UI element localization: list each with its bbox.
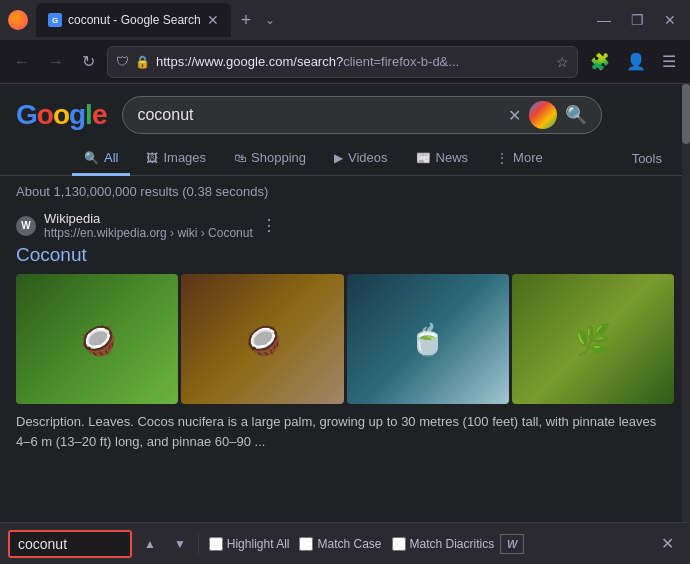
highlight-all-group: Highlight All — [209, 537, 290, 551]
tab-all-label: All — [104, 150, 118, 165]
tab-more[interactable]: ⋮ More — [484, 142, 555, 176]
coconut-image-3[interactable] — [347, 274, 509, 404]
firefox-icon — [8, 10, 28, 30]
find-next-button[interactable]: ▼ — [168, 534, 192, 554]
window-close-button[interactable]: ✕ — [658, 10, 682, 30]
logo-o2: o — [53, 99, 69, 130]
logo-o1: o — [37, 99, 53, 130]
titlebar: G coconut - Google Search ✕ + ⌄ — ❐ ✕ — [0, 0, 690, 40]
new-tab-button[interactable]: + — [233, 6, 260, 35]
tab-close-button[interactable]: ✕ — [207, 12, 219, 28]
search-submit-button[interactable]: 🔍 — [565, 104, 587, 126]
tab-images[interactable]: 🖼 Images — [134, 142, 218, 176]
navigation-bar: ← → ↻ 🛡 🔒 https://www.google.com/search?… — [0, 40, 690, 84]
active-tab[interactable]: G coconut - Google Search ✕ — [36, 3, 231, 37]
forward-button[interactable]: → — [42, 49, 70, 75]
page-content: Google coconut ✕ 🔍 🔍 All 🖼 Images 🛍 Shop… — [0, 84, 690, 522]
match-case-label[interactable]: Match Case — [317, 537, 381, 551]
find-w-button[interactable]: W — [500, 534, 524, 554]
result-title-link[interactable]: Coconut — [16, 244, 674, 266]
url-base: https://www.google.com/search? — [156, 54, 343, 69]
site-favicon: W — [16, 216, 36, 236]
find-previous-button[interactable]: ▲ — [138, 534, 162, 554]
coconut-image-1[interactable] — [16, 274, 178, 404]
extensions-button[interactable]: 🧩 — [584, 48, 616, 75]
find-close-button[interactable]: ✕ — [653, 530, 682, 557]
url-path: client=firefox-b-d&... — [343, 54, 459, 69]
search-tabs: 🔍 All 🖼 Images 🛍 Shopping ▶ Videos 📰 New… — [0, 134, 690, 176]
search-box[interactable]: coconut ✕ 🔍 — [122, 96, 602, 134]
logo-g: G — [16, 99, 37, 130]
match-diacritics-checkbox[interactable] — [392, 537, 406, 551]
google-logo: Google — [16, 99, 106, 131]
site-name: Wikipedia — [44, 211, 253, 226]
coconut-image-grid — [16, 274, 674, 404]
url-display: https://www.google.com/search?client=fir… — [156, 54, 550, 69]
more-icon: ⋮ — [496, 151, 508, 165]
bookmark-star-icon[interactable]: ☆ — [556, 54, 569, 70]
result-description: Description. Leaves. Cocos nucifera is a… — [16, 412, 674, 451]
find-input[interactable] — [10, 532, 130, 556]
match-diacritics-label[interactable]: Match Diacritics — [410, 537, 495, 551]
logo-e: e — [92, 99, 107, 130]
match-diacritics-group: Match Diacritics — [392, 537, 495, 551]
logo-g2: g — [69, 99, 85, 130]
scroll-thumb[interactable] — [682, 84, 690, 144]
coconut-image-2[interactable] — [181, 274, 343, 404]
scrollbar[interactable] — [682, 84, 690, 522]
tab-news[interactable]: 📰 News — [404, 142, 481, 176]
tab-favicon: G — [48, 13, 62, 27]
logo-l: l — [85, 99, 92, 130]
tab-overflow-button[interactable]: ⌄ — [261, 9, 279, 31]
result-site-info: W Wikipedia https://en.wikipedia.org › w… — [16, 211, 674, 240]
tab-more-label: More — [513, 150, 543, 165]
tab-bar: G coconut - Google Search ✕ + ⌄ — [36, 3, 587, 37]
results-count: About 1,130,000,000 results (0.38 second… — [16, 184, 674, 199]
google-header: Google coconut ✕ 🔍 — [0, 84, 690, 134]
nav-right-buttons: 🧩 👤 ☰ — [584, 48, 682, 75]
search-result-wikipedia: W Wikipedia https://en.wikipedia.org › w… — [16, 211, 674, 451]
tab-videos[interactable]: ▶ Videos — [322, 142, 400, 176]
maximize-button[interactable]: ❐ — [625, 10, 650, 30]
match-case-group: Match Case — [299, 537, 381, 551]
site-details: Wikipedia https://en.wikipedia.org › wik… — [44, 211, 253, 240]
news-icon: 📰 — [416, 151, 431, 165]
search-query-text: coconut — [137, 106, 500, 124]
tab-all[interactable]: 🔍 All — [72, 142, 130, 176]
site-url: https://en.wikipedia.org › wiki › Coconu… — [44, 226, 253, 240]
address-bar[interactable]: 🛡 🔒 https://www.google.com/search?client… — [107, 46, 578, 78]
coconut-image-4[interactable] — [512, 274, 674, 404]
result-options-button[interactable]: ⋮ — [261, 216, 277, 235]
tab-shopping-label: Shopping — [251, 150, 306, 165]
tab-title: coconut - Google Search — [68, 13, 201, 27]
account-button[interactable]: 👤 — [620, 48, 652, 75]
find-separator — [198, 534, 199, 554]
tab-images-label: Images — [163, 150, 206, 165]
google-lens-button[interactable] — [529, 101, 557, 129]
videos-icon: ▶ — [334, 151, 343, 165]
tab-news-label: News — [436, 150, 469, 165]
shopping-icon: 🛍 — [234, 151, 246, 165]
images-icon: 🖼 — [146, 151, 158, 165]
tab-videos-label: Videos — [348, 150, 388, 165]
back-button[interactable]: ← — [8, 49, 36, 75]
reload-button[interactable]: ↻ — [76, 48, 101, 75]
find-bar: ▲ ▼ Highlight All Match Case Match Diacr… — [0, 522, 690, 564]
find-input-wrapper[interactable] — [8, 530, 132, 558]
highlight-all-checkbox[interactable] — [209, 537, 223, 551]
all-icon: 🔍 — [84, 151, 99, 165]
tools-button[interactable]: Tools — [620, 143, 674, 174]
window-controls: — ❐ ✕ — [591, 10, 682, 30]
search-clear-button[interactable]: ✕ — [508, 106, 521, 125]
match-case-checkbox[interactable] — [299, 537, 313, 551]
favicon-letter: W — [21, 220, 30, 231]
tab-shopping[interactable]: 🛍 Shopping — [222, 142, 318, 176]
shield-icon: 🛡 — [116, 54, 129, 69]
minimize-button[interactable]: — — [591, 10, 617, 30]
highlight-all-label[interactable]: Highlight All — [227, 537, 290, 551]
menu-button[interactable]: ☰ — [656, 48, 682, 75]
results-area: About 1,130,000,000 results (0.38 second… — [0, 176, 690, 471]
lock-icon: 🔒 — [135, 55, 150, 69]
